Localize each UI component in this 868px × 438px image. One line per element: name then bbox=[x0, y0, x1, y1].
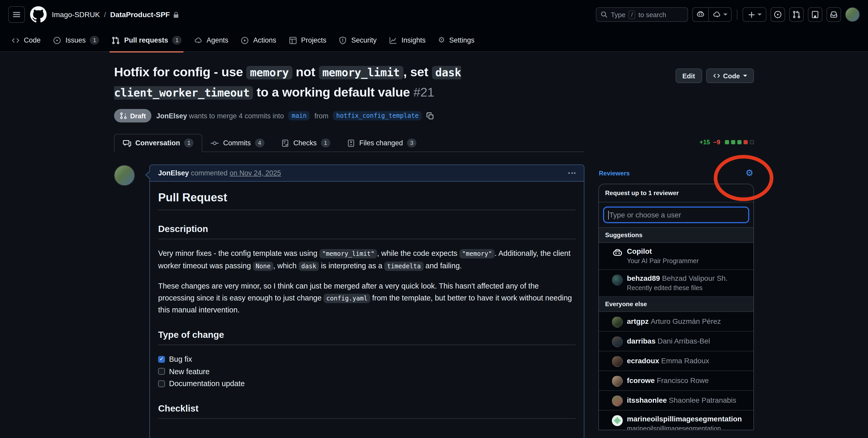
breadcrumb-separator: / bbox=[104, 10, 106, 19]
diff-block bbox=[725, 140, 729, 144]
tab-files-changed[interactable]: Files changed 3 bbox=[339, 135, 425, 151]
checklist-icon bbox=[281, 139, 289, 147]
reviewer-item-itsshaonlee[interactable]: itsshaonlee Shaonlee Patranabis bbox=[599, 391, 753, 410]
avatar bbox=[612, 356, 623, 367]
reviewer-item-behzad89[interactable]: behzad89 Behzad Valipour Sh. Recently ed… bbox=[599, 270, 753, 297]
hamburger-menu-button[interactable] bbox=[8, 6, 25, 23]
code-icon bbox=[713, 72, 720, 79]
table-icon bbox=[288, 36, 297, 45]
avatar bbox=[612, 376, 623, 386]
tab-actions[interactable]: Actions bbox=[236, 32, 282, 48]
comment-author[interactable]: JonElsey bbox=[158, 169, 189, 177]
github-logo-icon[interactable] bbox=[30, 6, 46, 23]
section-suggestions: Suggestions bbox=[599, 228, 753, 243]
conversation-counter: 1 bbox=[184, 139, 194, 147]
pr-container: Hotfix for config - use memory not memor… bbox=[114, 52, 754, 438]
tab-commits[interactable]: Commits 4 bbox=[203, 135, 273, 151]
tab-pull-requests[interactable]: Pull requests 1 bbox=[106, 32, 187, 48]
tab-conversation[interactable]: Conversation 1 bbox=[114, 134, 203, 152]
diffstat: +15 −9 bbox=[700, 139, 754, 152]
copilot-icon bbox=[696, 10, 705, 19]
markdown-h2-description: Description bbox=[158, 223, 576, 239]
git-pull-request-icon bbox=[112, 36, 120, 45]
commits-counter: 4 bbox=[255, 139, 264, 147]
copilot-button[interactable] bbox=[693, 8, 709, 21]
list-item: ✓ New feature bbox=[158, 366, 576, 378]
avatar bbox=[612, 336, 623, 347]
pr-description-comment: JonElsey commented on Nov 24, 2025 Pull … bbox=[149, 165, 584, 438]
section-everyone-else: Everyone else bbox=[599, 297, 753, 312]
checkbox-new-feature[interactable]: ✓ bbox=[158, 368, 165, 375]
gear-icon: ⚙ bbox=[438, 36, 445, 45]
avatar-identicon bbox=[612, 415, 623, 426]
reviewer-search-input[interactable]: Type or choose a user bbox=[603, 207, 749, 223]
issues-button[interactable] bbox=[771, 7, 785, 22]
copy-branch-icon[interactable] bbox=[427, 112, 434, 120]
copilot-split-button bbox=[692, 7, 732, 22]
graph-icon bbox=[389, 36, 397, 45]
checks-counter: 1 bbox=[321, 139, 330, 147]
global-search-input[interactable]: Type / to search bbox=[596, 7, 688, 22]
notifications-button[interactable] bbox=[827, 7, 841, 22]
lock-icon bbox=[173, 11, 179, 18]
app-header: Imago-SDRUK / DataProduct-SPF Type / to … bbox=[0, 0, 868, 29]
diff-block bbox=[750, 140, 754, 144]
checkbox-documentation-update[interactable]: ✓ bbox=[158, 380, 165, 387]
tab-agents[interactable]: Agents bbox=[189, 32, 234, 48]
edit-button[interactable]: Edit bbox=[676, 68, 702, 83]
pull-requests-button[interactable] bbox=[789, 7, 804, 22]
git-commit-icon bbox=[211, 139, 219, 147]
reviewer-item-ecradoux[interactable]: ecradoux Emma Radoux bbox=[599, 351, 753, 371]
user-avatar[interactable] bbox=[845, 7, 860, 22]
reviewer-item-marineoilspillimagesegmentation[interactable]: marineoilspillimagesegmentation marineoi… bbox=[599, 410, 753, 430]
diff-block bbox=[737, 140, 742, 144]
issue-opened-icon bbox=[774, 10, 782, 19]
code-icon bbox=[11, 36, 20, 45]
select-menu-title: Request up to 1 reviewer bbox=[599, 184, 753, 202]
pr-title: Hotfix for config - use memory not memor… bbox=[114, 62, 581, 103]
comment-body: Pull Request Description Very minor fixe… bbox=[150, 182, 584, 438]
breadcrumb-repo[interactable]: DataProduct-SPF bbox=[110, 10, 179, 19]
reviewer-item-artgpz[interactable]: artgpz Arturo Guzmán Pérez bbox=[599, 312, 753, 331]
tab-issues[interactable]: Issues 1 bbox=[48, 32, 104, 48]
comment-timestamp[interactable]: on Nov 24, 2025 bbox=[230, 169, 281, 177]
comment-author-avatar[interactable] bbox=[114, 165, 135, 186]
code-dropdown-button[interactable]: Code bbox=[706, 68, 754, 83]
bookmark-icon bbox=[811, 10, 819, 19]
reviewers-gear-icon[interactable]: ⚙ bbox=[746, 169, 754, 177]
tab-settings[interactable]: ⚙ Settings bbox=[433, 32, 479, 48]
tab-insights[interactable]: Insights bbox=[384, 32, 431, 48]
issue-opened-icon bbox=[53, 36, 61, 45]
repo-nav: Code Issues 1 Pull requests 1 Agents Act… bbox=[0, 29, 868, 52]
diff-block bbox=[731, 140, 735, 144]
breadcrumb-org[interactable]: Imago-SDRUK bbox=[52, 10, 100, 19]
tab-checks[interactable]: Checks 1 bbox=[273, 135, 339, 151]
reviewer-item-copilot[interactable]: Copilot Your AI Pair Programmer bbox=[599, 243, 753, 270]
head-branch-label[interactable]: hotfix_config_template bbox=[333, 111, 422, 120]
pr-sidebar: Reviewers ⚙ Request up to 1 reviewer Typ… bbox=[598, 165, 754, 430]
saved-items-button[interactable] bbox=[808, 7, 823, 22]
issues-counter: 1 bbox=[90, 36, 99, 45]
create-new-button[interactable] bbox=[743, 7, 766, 22]
pr-tabs-row: Conversation 1 Commits 4 Checks 1 Files … bbox=[114, 134, 754, 152]
tab-security[interactable]: Security bbox=[334, 32, 382, 48]
github-pr-page: { "colors":{ "accent_blue":"#4493f8","ac… bbox=[0, 0, 868, 438]
tab-projects[interactable]: Projects bbox=[283, 32, 332, 48]
chevron-down-icon bbox=[723, 13, 727, 16]
list-item: ✓ Bug fix bbox=[158, 353, 576, 366]
type-of-change-list: ✓ Bug fix ✓ New feature ✓ Documentation … bbox=[158, 353, 576, 390]
pr-author[interactable]: JonElsey bbox=[156, 112, 187, 120]
reviewer-item-darribas[interactable]: darribas Dani Arribas-Bel bbox=[599, 331, 753, 351]
comment-menu-button[interactable] bbox=[568, 172, 576, 174]
copilot-agents-button[interactable] bbox=[709, 8, 731, 21]
base-branch-label[interactable]: main bbox=[288, 111, 310, 120]
pull-requests-counter: 1 bbox=[172, 36, 182, 45]
search-icon bbox=[600, 11, 608, 18]
diff-block bbox=[744, 140, 748, 144]
avatar bbox=[612, 274, 623, 286]
reviewer-item-fcorowe[interactable]: fcorowe Francisco Rowe bbox=[599, 371, 753, 391]
tab-code[interactable]: Code bbox=[6, 32, 46, 48]
text-cursor bbox=[608, 210, 609, 219]
reviewers-label[interactable]: Reviewers bbox=[599, 170, 630, 177]
checkbox-bug-fix[interactable]: ✓ bbox=[158, 356, 165, 363]
